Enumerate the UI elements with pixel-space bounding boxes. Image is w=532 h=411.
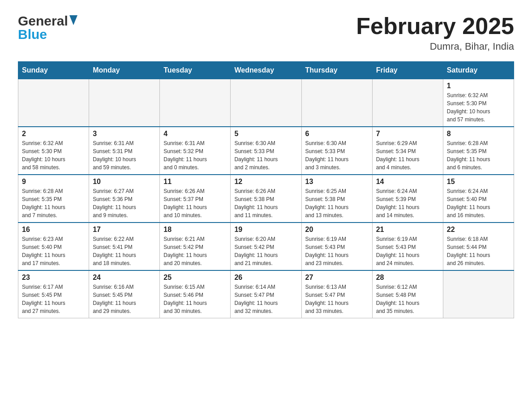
day-info: Sunrise: 6:22 AMSunset: 5:41 PMDaylight:… — [93, 235, 156, 267]
day-info: Sunrise: 6:15 AMSunset: 5:46 PMDaylight:… — [163, 283, 227, 315]
month-title: February 2025 — [356, 13, 514, 39]
day-info: Sunrise: 6:20 AMSunset: 5:42 PMDaylight:… — [234, 235, 297, 267]
calendar-day-cell: 15Sunrise: 6:24 AMSunset: 5:40 PMDayligh… — [443, 175, 514, 223]
calendar-day-cell: 12Sunrise: 6:26 AMSunset: 5:38 PMDayligh… — [231, 175, 301, 223]
day-info: Sunrise: 6:26 AMSunset: 5:37 PMDaylight:… — [163, 187, 227, 219]
day-number: 21 — [376, 226, 439, 234]
day-info: Sunrise: 6:21 AMSunset: 5:42 PMDaylight:… — [163, 235, 227, 267]
day-number: 9 — [22, 178, 85, 186]
calendar-day-cell: 24Sunrise: 6:16 AMSunset: 5:45 PMDayligh… — [89, 270, 160, 318]
day-info: Sunrise: 6:19 AMSunset: 5:43 PMDaylight:… — [305, 235, 369, 267]
calendar-day-cell: 1Sunrise: 6:32 AMSunset: 5:30 PMDaylight… — [443, 79, 514, 127]
day-number: 25 — [163, 274, 227, 282]
calendar-header-sunday: Sunday — [18, 62, 89, 79]
day-info: Sunrise: 6:24 AMSunset: 5:40 PMDaylight:… — [447, 187, 510, 219]
calendar-week-row: 1Sunrise: 6:32 AMSunset: 5:30 PMDaylight… — [18, 79, 514, 127]
day-number: 11 — [163, 178, 227, 186]
calendar-day-cell: 11Sunrise: 6:26 AMSunset: 5:37 PMDayligh… — [160, 175, 231, 223]
day-info: Sunrise: 6:30 AMSunset: 5:33 PMDaylight:… — [305, 139, 369, 171]
day-info: Sunrise: 6:30 AMSunset: 5:33 PMDaylight:… — [234, 139, 297, 171]
day-number: 27 — [305, 274, 369, 282]
day-number: 20 — [305, 226, 369, 234]
calendar-day-cell: 27Sunrise: 6:13 AMSunset: 5:47 PMDayligh… — [301, 270, 372, 318]
day-info: Sunrise: 6:31 AMSunset: 5:32 PMDaylight:… — [163, 139, 227, 171]
day-number: 3 — [93, 130, 156, 138]
day-number: 7 — [376, 130, 439, 138]
calendar-day-cell: 20Sunrise: 6:19 AMSunset: 5:43 PMDayligh… — [301, 223, 372, 270]
calendar-day-cell: 26Sunrise: 6:14 AMSunset: 5:47 PMDayligh… — [231, 270, 301, 318]
calendar-day-cell: 18Sunrise: 6:21 AMSunset: 5:42 PMDayligh… — [160, 223, 231, 270]
calendar-day-cell: 7Sunrise: 6:29 AMSunset: 5:34 PMDaylight… — [372, 127, 443, 175]
day-number: 19 — [234, 226, 297, 234]
calendar-day-cell — [372, 79, 443, 127]
day-info: Sunrise: 6:16 AMSunset: 5:45 PMDaylight:… — [93, 283, 156, 315]
calendar-day-cell — [443, 270, 514, 318]
calendar-header-saturday: Saturday — [443, 62, 514, 79]
day-number: 5 — [234, 130, 297, 138]
day-info: Sunrise: 6:13 AMSunset: 5:47 PMDaylight:… — [305, 283, 369, 315]
calendar-week-row: 2Sunrise: 6:32 AMSunset: 5:30 PMDaylight… — [18, 127, 514, 175]
calendar-day-cell: 19Sunrise: 6:20 AMSunset: 5:42 PMDayligh… — [231, 223, 301, 270]
calendar-day-cell — [301, 79, 372, 127]
calendar-day-cell: 28Sunrise: 6:12 AMSunset: 5:48 PMDayligh… — [372, 270, 443, 318]
day-number: 13 — [305, 178, 369, 186]
location-text: Dumra, Bihar, India — [356, 41, 514, 52]
calendar-day-cell: 21Sunrise: 6:19 AMSunset: 5:43 PMDayligh… — [372, 223, 443, 270]
day-number: 22 — [447, 226, 510, 234]
day-info: Sunrise: 6:19 AMSunset: 5:43 PMDaylight:… — [376, 235, 439, 267]
calendar-day-cell: 16Sunrise: 6:23 AMSunset: 5:40 PMDayligh… — [18, 223, 89, 270]
day-number: 14 — [376, 178, 439, 186]
day-number: 24 — [93, 274, 156, 282]
calendar-day-cell: 2Sunrise: 6:32 AMSunset: 5:30 PMDaylight… — [18, 127, 89, 175]
day-number: 23 — [22, 274, 85, 282]
svg-marker-0 — [69, 15, 77, 25]
calendar-day-cell: 4Sunrise: 6:31 AMSunset: 5:32 PMDaylight… — [160, 127, 231, 175]
day-number: 28 — [376, 274, 439, 282]
calendar-table: SundayMondayTuesdayWednesdayThursdayFrid… — [18, 61, 514, 318]
calendar-day-cell: 17Sunrise: 6:22 AMSunset: 5:41 PMDayligh… — [89, 223, 160, 270]
day-info: Sunrise: 6:32 AMSunset: 5:30 PMDaylight:… — [22, 139, 85, 171]
calendar-week-row: 23Sunrise: 6:17 AMSunset: 5:45 PMDayligh… — [18, 270, 514, 318]
calendar-header-thursday: Thursday — [301, 62, 372, 79]
day-number: 1 — [447, 82, 510, 90]
day-number: 2 — [22, 130, 85, 138]
day-number: 26 — [234, 274, 297, 282]
day-info: Sunrise: 6:14 AMSunset: 5:47 PMDaylight:… — [234, 283, 297, 315]
day-number: 16 — [22, 226, 85, 234]
calendar-day-cell: 8Sunrise: 6:28 AMSunset: 5:35 PMDaylight… — [443, 127, 514, 175]
calendar-week-row: 9Sunrise: 6:28 AMSunset: 5:35 PMDaylight… — [18, 175, 514, 223]
logo-blue-text: Blue — [18, 27, 47, 42]
day-number: 6 — [305, 130, 369, 138]
calendar-header-monday: Monday — [89, 62, 160, 79]
calendar-week-row: 16Sunrise: 6:23 AMSunset: 5:40 PMDayligh… — [18, 223, 514, 270]
calendar-day-cell — [231, 79, 301, 127]
calendar-header-wednesday: Wednesday — [231, 62, 301, 79]
calendar-header-row: SundayMondayTuesdayWednesdayThursdayFrid… — [18, 62, 514, 79]
day-info: Sunrise: 6:26 AMSunset: 5:38 PMDaylight:… — [234, 187, 297, 219]
calendar-day-cell — [18, 79, 89, 127]
day-info: Sunrise: 6:23 AMSunset: 5:40 PMDaylight:… — [22, 235, 85, 267]
calendar-header-tuesday: Tuesday — [160, 62, 231, 79]
calendar-header-friday: Friday — [372, 62, 443, 79]
day-info: Sunrise: 6:24 AMSunset: 5:39 PMDaylight:… — [376, 187, 439, 219]
calendar-day-cell: 3Sunrise: 6:31 AMSunset: 5:31 PMDaylight… — [89, 127, 160, 175]
calendar-day-cell: 10Sunrise: 6:27 AMSunset: 5:36 PMDayligh… — [89, 175, 160, 223]
logo-general-text: General — [18, 13, 68, 29]
logo: General Blue — [18, 13, 77, 42]
calendar-day-cell: 14Sunrise: 6:24 AMSunset: 5:39 PMDayligh… — [372, 175, 443, 223]
page-header: General Blue February 2025 Dumra, Bihar,… — [18, 13, 514, 52]
day-number: 18 — [163, 226, 227, 234]
calendar-day-cell: 13Sunrise: 6:25 AMSunset: 5:38 PMDayligh… — [301, 175, 372, 223]
calendar-day-cell — [160, 79, 231, 127]
calendar-day-cell: 25Sunrise: 6:15 AMSunset: 5:46 PMDayligh… — [160, 270, 231, 318]
day-number: 12 — [234, 178, 297, 186]
day-info: Sunrise: 6:12 AMSunset: 5:48 PMDaylight:… — [376, 283, 439, 315]
day-number: 15 — [447, 178, 510, 186]
day-info: Sunrise: 6:28 AMSunset: 5:35 PMDaylight:… — [447, 139, 510, 171]
calendar-day-cell: 6Sunrise: 6:30 AMSunset: 5:33 PMDaylight… — [301, 127, 372, 175]
logo-arrow-icon — [69, 15, 77, 25]
day-number: 10 — [93, 178, 156, 186]
day-info: Sunrise: 6:27 AMSunset: 5:36 PMDaylight:… — [93, 187, 156, 219]
calendar-day-cell: 23Sunrise: 6:17 AMSunset: 5:45 PMDayligh… — [18, 270, 89, 318]
day-info: Sunrise: 6:32 AMSunset: 5:30 PMDaylight:… — [447, 91, 510, 124]
